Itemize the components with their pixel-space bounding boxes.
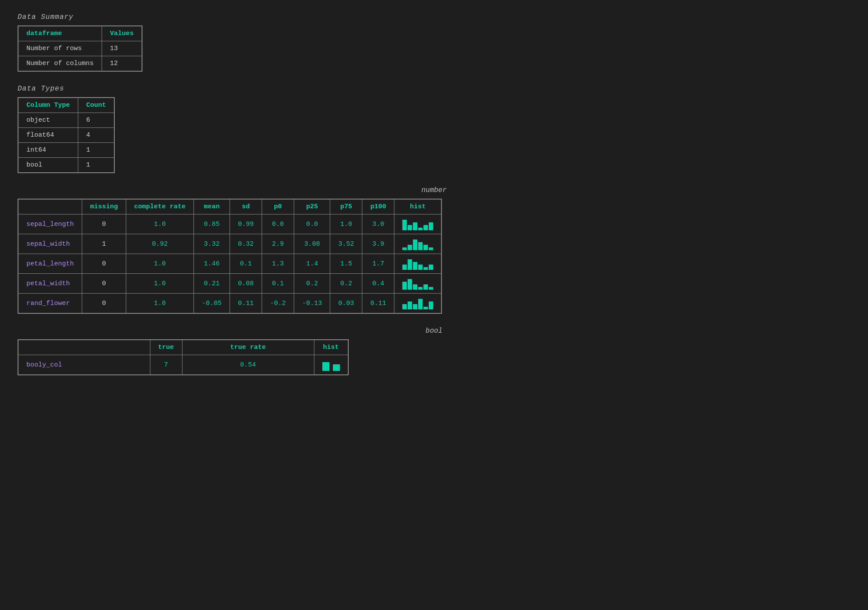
- number-cell-3-5: 0.1: [262, 274, 294, 294]
- number-cell-0-1: 0: [82, 214, 126, 234]
- number-cell-2-3: 1.46: [194, 254, 230, 274]
- number-cell-4-4: 0.11: [230, 294, 262, 314]
- summary-row-label-1: Number of columns: [18, 56, 102, 72]
- number-cell-1-4: 0.32: [230, 234, 262, 254]
- data-summary-table: dataframe Values Number of rows 13 Numbe…: [18, 25, 142, 72]
- number-hist-3: [394, 274, 442, 294]
- summary-row-value-1: 12: [102, 56, 142, 72]
- number-cell-2-4: 0.1: [230, 254, 262, 274]
- number-cell-0-8: 3.0: [362, 214, 394, 234]
- number-table: missingcomplete ratemeansdp0p25p75p100hi…: [18, 199, 442, 314]
- type-count-0: 6: [78, 113, 115, 128]
- table-row: petal_length01.01.460.11.31.41.51.7: [18, 254, 441, 274]
- bool-hist-0: [314, 355, 348, 375]
- number-cell-0-5: 0.0: [262, 214, 294, 234]
- table-row: rand_flower01.0-0.050.11-0.2-0.130.030.1…: [18, 294, 441, 314]
- table-row: petal_width01.00.210.080.10.20.20.4: [18, 274, 441, 294]
- table-row: bool 1: [18, 158, 114, 173]
- table-row: float64 4: [18, 128, 114, 143]
- number-cell-3-1: 0: [82, 274, 126, 294]
- data-types-title: Data Types: [18, 85, 850, 93]
- number-cell-2-5: 1.3: [262, 254, 294, 274]
- number-section: number missingcomplete ratemeansdp0p25p7…: [18, 186, 850, 314]
- number-cell-1-8: 3.9: [362, 234, 394, 254]
- number-cell-0-2: 1.0: [126, 214, 194, 234]
- number-cell-1-3: 3.32: [194, 234, 230, 254]
- bool-header-1: true: [150, 340, 182, 355]
- number-header-4: sd: [230, 199, 262, 214]
- number-cell-0-4: 0.99: [230, 214, 262, 234]
- bool-true-rate-0: 0.54: [182, 355, 314, 375]
- number-cell-2-2: 1.0: [126, 254, 194, 274]
- number-header-1: missing: [82, 199, 126, 214]
- number-cell-4-2: 1.0: [126, 294, 194, 314]
- number-hist-1: [394, 234, 442, 254]
- type-count-3: 1: [78, 158, 115, 173]
- number-header-0: [18, 199, 82, 214]
- number-cell-1-5: 2.9: [262, 234, 294, 254]
- number-hist-0: [394, 214, 442, 234]
- table-row: Number of columns 12: [18, 56, 142, 72]
- bool-true-0: 7: [150, 355, 182, 375]
- number-cell-3-7: 0.2: [330, 274, 362, 294]
- number-hist-2: [394, 254, 442, 274]
- number-cell-0-3: 0.85: [194, 214, 230, 234]
- types-header-coltype: Column Type: [18, 98, 78, 113]
- number-cell-2-6: 1.4: [294, 254, 330, 274]
- type-name-0: object: [18, 113, 78, 128]
- number-cell-4-1: 0: [82, 294, 126, 314]
- number-cell-3-4: 0.08: [230, 274, 262, 294]
- data-types-table: Column Type Count object 6 float64 4 int…: [18, 97, 115, 173]
- table-row: object 6: [18, 113, 114, 128]
- data-summary-section: Data Summary dataframe Values Number of …: [18, 13, 850, 72]
- type-count-2: 1: [78, 143, 115, 158]
- number-header-3: mean: [194, 199, 230, 214]
- table-row: booly_col70.54: [18, 355, 348, 375]
- number-cell-2-8: 1.7: [362, 254, 394, 274]
- bool-table: truetrue ratehist booly_col70.54: [18, 339, 349, 375]
- number-hist-4: [394, 294, 442, 314]
- number-header-9: hist: [394, 199, 442, 214]
- number-header-8: p100: [362, 199, 394, 214]
- table-row: Number of rows 13: [18, 41, 142, 56]
- number-cell-4-6: -0.13: [294, 294, 330, 314]
- table-row: sepal_width10.923.320.322.93.083.523.9: [18, 234, 441, 254]
- bool-section-title: bool: [18, 327, 850, 335]
- number-cell-4-3: -0.05: [194, 294, 230, 314]
- number-header-2: complete rate: [126, 199, 194, 214]
- number-cell-3-2: 1.0: [126, 274, 194, 294]
- bool-header-0: [18, 340, 150, 355]
- data-summary-title: Data Summary: [18, 13, 850, 21]
- summary-row-value-0: 13: [102, 41, 142, 56]
- types-header-count: Count: [78, 98, 115, 113]
- number-cell-4-7: 0.03: [330, 294, 362, 314]
- number-cell-1-0: sepal_width: [18, 234, 82, 254]
- number-cell-2-7: 1.5: [330, 254, 362, 274]
- number-cell-1-6: 3.08: [294, 234, 330, 254]
- bool-header-3: hist: [314, 340, 348, 355]
- number-cell-1-2: 0.92: [126, 234, 194, 254]
- number-cell-3-0: petal_width: [18, 274, 82, 294]
- number-section-title: number: [18, 186, 850, 194]
- number-cell-3-3: 0.21: [194, 274, 230, 294]
- type-name-3: bool: [18, 158, 78, 173]
- number-cell-0-7: 1.0: [330, 214, 362, 234]
- number-cell-1-7: 3.52: [330, 234, 362, 254]
- number-cell-1-1: 1: [82, 234, 126, 254]
- bool-name-0: booly_col: [18, 355, 150, 375]
- number-cell-0-6: 0.0: [294, 214, 330, 234]
- type-name-1: float64: [18, 128, 78, 143]
- number-cell-4-0: rand_flower: [18, 294, 82, 314]
- number-header-5: p0: [262, 199, 294, 214]
- type-count-1: 4: [78, 128, 115, 143]
- number-cell-4-5: -0.2: [262, 294, 294, 314]
- number-cell-2-1: 0: [82, 254, 126, 274]
- number-cell-4-8: 0.11: [362, 294, 394, 314]
- type-name-2: int64: [18, 143, 78, 158]
- number-cell-3-6: 0.2: [294, 274, 330, 294]
- number-header-6: p25: [294, 199, 330, 214]
- number-cell-0-0: sepal_length: [18, 214, 82, 234]
- number-cell-3-8: 0.4: [362, 274, 394, 294]
- summary-header-dataframe: dataframe: [18, 26, 102, 41]
- bool-section: bool truetrue ratehist booly_col70.54: [18, 327, 850, 375]
